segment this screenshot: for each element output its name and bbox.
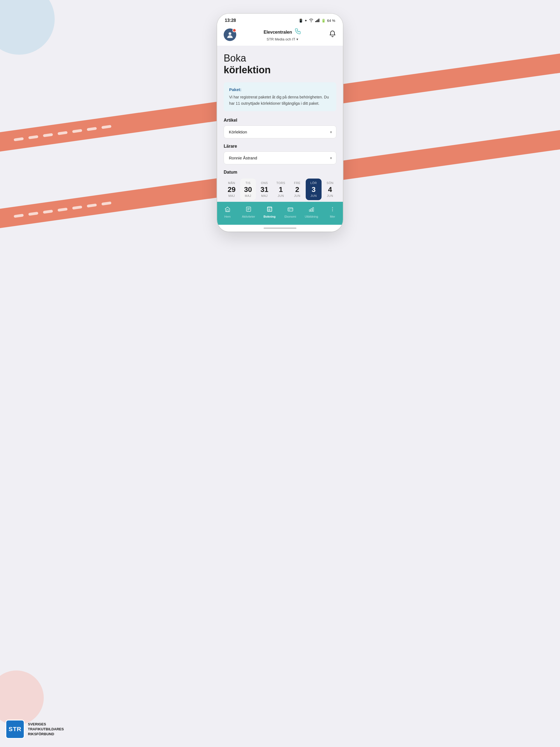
nav-item-ekonomi[interactable]: Ekonomi (281, 205, 300, 219)
date-num: 4 (328, 186, 332, 194)
nav-item-utbildning[interactable]: Utbildning (301, 205, 321, 219)
svg-rect-5 (227, 210, 228, 212)
date-month: JUN (311, 194, 317, 198)
date-section: Datum MÅN 29 MAJ TIS 30 MAJ ONS 31 MAJ T… (224, 170, 336, 202)
svg-rect-21 (312, 208, 314, 211)
svg-rect-3 (319, 19, 320, 22)
nav-label: Ekonomi (284, 215, 296, 218)
road-dash (28, 212, 38, 216)
nav-label: Utbildning (305, 215, 318, 218)
nav-icon-bokning (266, 206, 273, 214)
bg-circle-top (0, 0, 55, 55)
app-name: Elevcentralen (263, 30, 292, 35)
artikel-select[interactable]: Körlektion (224, 126, 336, 138)
road-dash (57, 208, 68, 212)
nav-icon-utbildning (308, 206, 314, 214)
date-month: MAJ (228, 194, 235, 198)
nav-item-aktiviteter[interactable]: Aktiviteter (239, 205, 258, 219)
road-dash (72, 206, 82, 210)
road-dash (43, 133, 53, 137)
str-logo-text: SVERIGES TRAFIKUTBILDARES RIKSFÖRBUND (28, 722, 64, 737)
phone-icon (294, 28, 301, 36)
road-dash (101, 125, 111, 129)
nav-item-mer[interactable]: Mer (323, 205, 342, 219)
bg-circle-bottom (0, 670, 44, 725)
larare-field-group: Lärare Ronnie Åstrand ▾ (224, 144, 336, 164)
nav-label: Bokning (263, 215, 276, 218)
date-num: 1 (279, 186, 283, 194)
artikel-select-wrapper: Körlektion ▾ (224, 126, 336, 138)
str-line3: RIKSFÖRBUND (28, 732, 64, 737)
date-month: JUN (294, 194, 301, 198)
svg-rect-18 (289, 210, 290, 210)
signal-icon (315, 18, 320, 23)
svg-rect-0 (315, 21, 316, 22)
date-item[interactable]: ONS 31 MAJ (256, 179, 272, 200)
info-box-text: Vi har registrerat paketet åt dig på den… (229, 94, 331, 106)
date-item[interactable]: MÅN 29 MAJ (224, 179, 239, 200)
svg-point-4 (229, 32, 231, 35)
road-dash (14, 214, 24, 218)
date-item[interactable]: SÖN 4 JUN (322, 179, 336, 200)
info-box: Paket: Vi har registrerat paketet åt dig… (224, 82, 336, 111)
date-item[interactable]: FRE 2 JUN (289, 179, 305, 200)
road-dash (57, 131, 68, 135)
nav-icon-aktiviteter (246, 206, 252, 214)
nav-label: Hem (224, 215, 230, 218)
nav-item-hem[interactable]: Hem (218, 205, 237, 219)
chevron-icon: ▾ (297, 37, 298, 41)
str-logo-box: STR (5, 720, 25, 739)
nav-icon-ekonomi (287, 206, 294, 214)
date-month: MAJ (261, 194, 268, 198)
road-dash (43, 210, 53, 214)
date-day-name: LÖR (310, 181, 317, 185)
date-num: 31 (261, 186, 269, 194)
artikel-field-group: Artikel Körlektion ▾ (224, 118, 336, 138)
svg-rect-1 (316, 20, 317, 22)
bottom-nav: Hem Aktiviteter Bokning Ekonomi Utbildni… (217, 202, 343, 225)
str-line2: TRAFIKUTBILDARES (28, 727, 64, 732)
str-logo: STR SVERIGES TRAFIKUTBILDARES RIKSFÖRBUN… (5, 720, 64, 739)
info-box-title: Paket: (229, 87, 331, 92)
svg-rect-20 (311, 209, 312, 211)
title-line1: Boka (224, 52, 246, 64)
date-item[interactable]: TIS 30 MAJ (240, 179, 256, 200)
artikel-label: Artikel (224, 118, 336, 123)
bell-icon[interactable] (329, 30, 336, 40)
avatar-container[interactable] (224, 28, 236, 41)
header-center: Elevcentralen STR Media och IT ▾ (263, 28, 301, 41)
road-dash (72, 129, 82, 133)
date-day-name: FRE (294, 181, 301, 185)
date-num: 2 (295, 186, 299, 194)
larare-select-wrapper: Ronnie Åstrand ▾ (224, 152, 336, 164)
larare-select[interactable]: Ronnie Åstrand (224, 152, 336, 164)
date-num: 3 (312, 186, 315, 194)
status-bar: 13:28 📳 ✦ 🔋 64 % (217, 14, 343, 25)
date-month: JUN (327, 194, 333, 198)
datum-label: Datum (224, 170, 336, 175)
wifi-icon (309, 18, 314, 23)
date-num: 30 (244, 186, 252, 194)
svg-point-22 (332, 207, 333, 208)
page-title: Boka körlektion (224, 52, 336, 76)
svg-rect-2 (317, 19, 318, 22)
date-day-name: SÖN (327, 181, 333, 185)
date-item[interactable]: LÖR 3 JUN (306, 179, 322, 200)
str-abbr: STR (9, 726, 22, 733)
date-picker: MÅN 29 MAJ TIS 30 MAJ ONS 31 MAJ TORS 1 … (224, 179, 336, 202)
str-line1: SVERIGES (28, 722, 64, 727)
battery-icon: 🔋 (321, 19, 326, 23)
nav-item-bokning[interactable]: Bokning (260, 205, 279, 219)
nav-label: Mer (330, 215, 335, 218)
school-name[interactable]: STR Media och IT ▾ (263, 37, 301, 41)
status-time: 13:28 (225, 18, 236, 23)
bluetooth-icon: ✦ (304, 19, 307, 23)
vibrate-icon: 📳 (299, 19, 303, 23)
home-bar (263, 228, 297, 229)
date-day-name: ONS (261, 181, 268, 185)
svg-point-24 (332, 210, 333, 211)
app-header: Elevcentralen STR Media och IT ▾ (217, 25, 343, 46)
date-num: 29 (228, 186, 236, 194)
date-item[interactable]: TORS 1 JUN (273, 179, 289, 200)
phone-frame: 13:28 📳 ✦ 🔋 64 % (217, 14, 343, 232)
